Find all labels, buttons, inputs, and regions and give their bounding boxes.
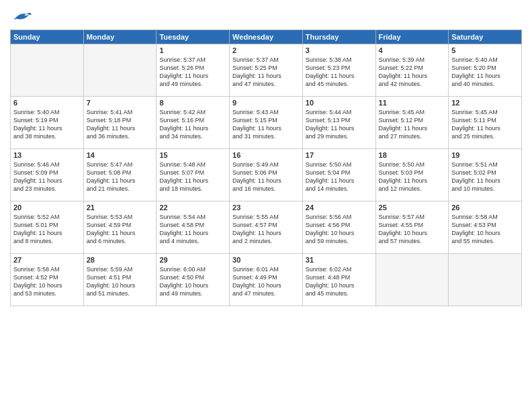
day-info: Sunrise: 5:48 AM Sunset: 5:07 PM Dayligh… [159, 161, 226, 193]
calendar-cell: 25Sunrise: 5:57 AM Sunset: 4:55 PM Dayli… [375, 201, 449, 254]
day-number: 7 [87, 99, 154, 107]
day-number: 21 [87, 203, 154, 212]
day-number: 19 [451, 151, 519, 159]
day-info: Sunrise: 5:38 AM Sunset: 5:23 PM Dayligh… [306, 56, 373, 89]
day-number: 20 [13, 203, 81, 212]
weekday-header-row: SundayMondayTuesdayWednesdayThursdayFrid… [11, 30, 522, 44]
day-info: Sunrise: 5:54 AM Sunset: 4:58 PM Dayligh… [159, 213, 226, 246]
day-info: Sunrise: 5:37 AM Sunset: 5:25 PM Dayligh… [232, 56, 300, 89]
day-info: Sunrise: 5:56 AM Sunset: 4:56 PM Dayligh… [306, 213, 373, 246]
logo-text [10, 9, 32, 24]
day-number: 11 [379, 99, 446, 107]
calendar-cell [83, 44, 157, 97]
weekday-header-saturday: Saturday [449, 30, 522, 44]
calendar-cell: 7Sunrise: 5:41 AM Sunset: 5:18 PM Daylig… [83, 97, 157, 149]
day-info: Sunrise: 5:50 AM Sunset: 5:04 PM Dayligh… [306, 161, 373, 193]
day-number: 12 [451, 99, 519, 107]
day-number: 18 [379, 151, 446, 159]
day-info: Sunrise: 5:45 AM Sunset: 5:11 PM Dayligh… [451, 108, 519, 141]
calendar-cell: 14Sunrise: 5:47 AM Sunset: 5:08 PM Dayli… [83, 149, 157, 201]
day-info: Sunrise: 5:43 AM Sunset: 5:15 PM Dayligh… [232, 108, 300, 141]
day-number: 26 [451, 203, 519, 212]
day-info: Sunrise: 5:47 AM Sunset: 5:08 PM Dayligh… [87, 161, 154, 193]
day-info: Sunrise: 5:57 AM Sunset: 4:55 PM Dayligh… [379, 213, 446, 246]
weekday-header-thursday: Thursday [302, 30, 375, 44]
day-info: Sunrise: 5:53 AM Sunset: 4:59 PM Dayligh… [87, 213, 154, 246]
day-number: 15 [159, 151, 226, 159]
day-info: Sunrise: 5:41 AM Sunset: 5:18 PM Dayligh… [87, 108, 154, 141]
weekday-header-sunday: Sunday [11, 30, 84, 44]
day-number: 10 [306, 99, 373, 107]
day-info: Sunrise: 5:44 AM Sunset: 5:13 PM Dayligh… [306, 108, 373, 141]
day-info: Sunrise: 6:02 AM Sunset: 4:48 PM Dayligh… [306, 265, 373, 298]
calendar-cell: 3Sunrise: 5:38 AM Sunset: 5:23 PM Daylig… [302, 44, 375, 97]
day-number: 23 [232, 203, 300, 212]
page-container: SundayMondayTuesdayWednesdayThursdayFrid… [0, 0, 532, 411]
day-number: 5 [451, 46, 519, 54]
day-number: 9 [232, 99, 300, 107]
week-row-3: 13Sunrise: 5:46 AM Sunset: 5:09 PM Dayli… [11, 149, 522, 201]
day-number: 2 [232, 46, 300, 54]
day-info: Sunrise: 5:58 AM Sunset: 4:52 PM Dayligh… [13, 265, 81, 298]
week-row-2: 6Sunrise: 5:40 AM Sunset: 5:19 PM Daylig… [11, 97, 522, 149]
week-row-5: 27Sunrise: 5:58 AM Sunset: 4:52 PM Dayli… [11, 254, 522, 306]
day-number: 14 [87, 151, 154, 159]
calendar-cell: 12Sunrise: 5:45 AM Sunset: 5:11 PM Dayli… [449, 97, 522, 149]
calendar-cell: 18Sunrise: 5:50 AM Sunset: 5:03 PM Dayli… [375, 149, 449, 201]
calendar-cell: 6Sunrise: 5:40 AM Sunset: 5:19 PM Daylig… [11, 97, 84, 149]
day-info: Sunrise: 6:00 AM Sunset: 4:50 PM Dayligh… [159, 265, 226, 298]
bird-icon [11, 9, 32, 24]
calendar-table: SundayMondayTuesdayWednesdayThursdayFrid… [10, 30, 522, 306]
calendar-cell: 16Sunrise: 5:49 AM Sunset: 5:06 PM Dayli… [230, 149, 303, 201]
day-number: 29 [159, 256, 226, 264]
day-info: Sunrise: 5:58 AM Sunset: 4:53 PM Dayligh… [451, 213, 519, 246]
day-number: 31 [306, 256, 373, 264]
calendar-cell: 31Sunrise: 6:02 AM Sunset: 4:48 PM Dayli… [302, 254, 375, 306]
day-info: Sunrise: 5:50 AM Sunset: 5:03 PM Dayligh… [379, 161, 446, 193]
weekday-header-tuesday: Tuesday [157, 30, 230, 44]
day-number: 25 [379, 203, 446, 212]
calendar-cell: 27Sunrise: 5:58 AM Sunset: 4:52 PM Dayli… [11, 254, 84, 306]
day-number: 8 [159, 99, 226, 107]
calendar-cell: 30Sunrise: 6:01 AM Sunset: 4:49 PM Dayli… [230, 254, 303, 306]
day-info: Sunrise: 5:42 AM Sunset: 5:16 PM Dayligh… [159, 108, 226, 141]
calendar-cell: 20Sunrise: 5:52 AM Sunset: 5:01 PM Dayli… [11, 201, 84, 254]
day-info: Sunrise: 5:46 AM Sunset: 5:09 PM Dayligh… [13, 161, 81, 193]
calendar-cell: 11Sunrise: 5:45 AM Sunset: 5:12 PM Dayli… [375, 97, 449, 149]
day-number: 24 [306, 203, 373, 212]
day-info: Sunrise: 5:40 AM Sunset: 5:20 PM Dayligh… [451, 56, 519, 89]
day-number: 1 [159, 46, 226, 54]
day-info: Sunrise: 5:59 AM Sunset: 4:51 PM Dayligh… [87, 265, 154, 298]
day-info: Sunrise: 5:51 AM Sunset: 5:02 PM Dayligh… [451, 161, 519, 193]
calendar-cell: 4Sunrise: 5:39 AM Sunset: 5:22 PM Daylig… [375, 44, 449, 97]
weekday-header-monday: Monday [83, 30, 157, 44]
day-info: Sunrise: 5:52 AM Sunset: 5:01 PM Dayligh… [13, 213, 81, 246]
calendar-cell: 8Sunrise: 5:42 AM Sunset: 5:16 PM Daylig… [157, 97, 230, 149]
day-info: Sunrise: 5:45 AM Sunset: 5:12 PM Dayligh… [379, 108, 446, 141]
calendar-cell: 19Sunrise: 5:51 AM Sunset: 5:02 PM Dayli… [449, 149, 522, 201]
day-number: 17 [306, 151, 373, 159]
calendar-cell [375, 254, 449, 306]
logo [10, 9, 32, 24]
day-info: Sunrise: 6:01 AM Sunset: 4:49 PM Dayligh… [232, 265, 300, 298]
calendar-cell: 1Sunrise: 5:37 AM Sunset: 5:26 PM Daylig… [157, 44, 230, 97]
day-info: Sunrise: 5:55 AM Sunset: 4:57 PM Dayligh… [232, 213, 300, 246]
calendar-cell [11, 44, 84, 97]
day-number: 22 [159, 203, 226, 212]
calendar-cell: 21Sunrise: 5:53 AM Sunset: 4:59 PM Dayli… [83, 201, 157, 254]
day-info: Sunrise: 5:40 AM Sunset: 5:19 PM Dayligh… [13, 108, 81, 141]
day-number: 16 [232, 151, 300, 159]
calendar-cell: 13Sunrise: 5:46 AM Sunset: 5:09 PM Dayli… [11, 149, 84, 201]
calendar-cell: 26Sunrise: 5:58 AM Sunset: 4:53 PM Dayli… [449, 201, 522, 254]
calendar-cell: 28Sunrise: 5:59 AM Sunset: 4:51 PM Dayli… [83, 254, 157, 306]
calendar-cell: 23Sunrise: 5:55 AM Sunset: 4:57 PM Dayli… [230, 201, 303, 254]
weekday-header-friday: Friday [375, 30, 449, 44]
header [10, 7, 522, 24]
calendar-cell: 2Sunrise: 5:37 AM Sunset: 5:25 PM Daylig… [230, 44, 303, 97]
day-info: Sunrise: 5:37 AM Sunset: 5:26 PM Dayligh… [159, 56, 226, 89]
day-number: 4 [379, 46, 446, 54]
day-number: 28 [87, 256, 154, 264]
week-row-4: 20Sunrise: 5:52 AM Sunset: 5:01 PM Dayli… [11, 201, 522, 254]
calendar-cell: 5Sunrise: 5:40 AM Sunset: 5:20 PM Daylig… [449, 44, 522, 97]
calendar-cell: 17Sunrise: 5:50 AM Sunset: 5:04 PM Dayli… [302, 149, 375, 201]
